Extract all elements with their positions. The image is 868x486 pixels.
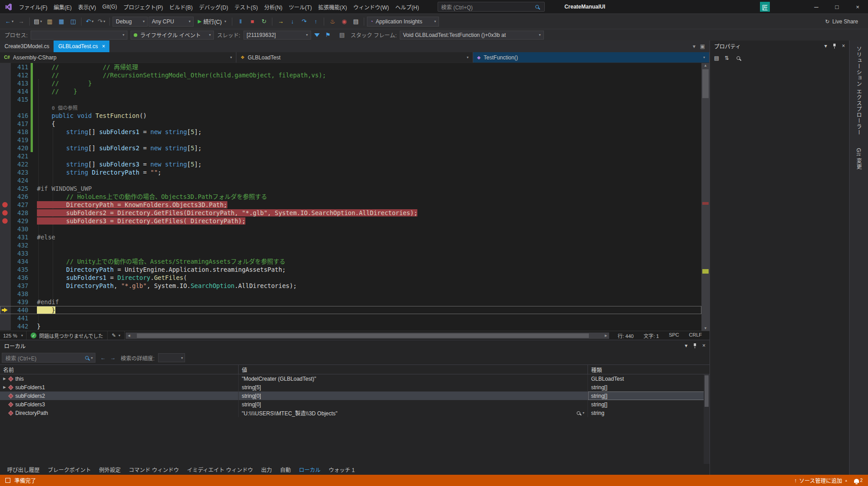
column-header-value[interactable]: 値 — [239, 365, 588, 374]
spaces-indicator[interactable]: SPC — [664, 332, 684, 339]
breakpoint-margin[interactable] — [0, 152, 11, 160]
tool-window-tab[interactable]: 呼び出し履歴 — [4, 464, 43, 475]
code-line[interactable]: 417 { — [0, 120, 701, 128]
member-dropdown[interactable]: ◆ TestFunction() ▾ — [473, 52, 710, 63]
float-window-icon[interactable]: ▣ — [700, 43, 705, 50]
step-out-button[interactable]: ↑ — [310, 16, 321, 27]
step-over-button[interactable]: ↷ — [298, 16, 309, 27]
tool-window-tab[interactable]: イミディエイト ウィンドウ — [183, 464, 257, 475]
maximize-button[interactable]: □ — [827, 0, 847, 14]
breakpoint-margin[interactable] — [0, 314, 11, 322]
code-line[interactable]: 424 — [0, 176, 701, 184]
locals-row[interactable]: DirectoryPath"U:\\\\USERS\\MTEC_製造\\3D O… — [0, 409, 710, 417]
restart-button[interactable]: ↻ — [258, 16, 269, 27]
step-into-button[interactable]: ↓ — [287, 16, 298, 27]
breakpoint-margin[interactable] — [0, 176, 11, 184]
scrollbar-thumb[interactable] — [705, 375, 709, 407]
code-line[interactable]: 418 string[] subFolders1 = new string[5]… — [0, 128, 701, 136]
breakpoint-margin[interactable] — [0, 104, 11, 112]
menu-item[interactable]: ヘルプ(H) — [392, 1, 422, 13]
account-avatar[interactable]: 匠 — [760, 2, 770, 12]
configuration-combo[interactable]: Debug▾ — [113, 17, 148, 27]
property-search-icon[interactable] — [734, 56, 742, 60]
menu-item[interactable]: プロジェクト(P) — [120, 1, 166, 13]
breakpoint-margin[interactable] — [0, 274, 11, 282]
type-dropdown[interactable]: ❖ GLBLoadTest ▾ — [236, 52, 473, 63]
breakpoint-margin[interactable] — [0, 112, 11, 120]
save-all-button[interactable]: ◫ — [68, 16, 78, 27]
document-tab[interactable]: Create3DModel.cs — [0, 40, 54, 52]
value-visualizer-button[interactable]: ▾ — [577, 411, 584, 415]
breakpoint-margin[interactable] — [0, 217, 11, 225]
code-line[interactable]: 425#if WINDOWS_UWP — [0, 184, 701, 193]
breakpoint-margin[interactable] — [0, 209, 11, 217]
breakpoint-margin[interactable] — [0, 322, 11, 330]
code-line[interactable]: 436 subFolders1 = Directory.GetFiles( — [0, 274, 701, 282]
code-line[interactable]: 419 — [0, 136, 701, 144]
scroll-down-icon[interactable]: ▼ — [701, 326, 710, 330]
menu-item[interactable]: 編集(E) — [50, 1, 75, 13]
menu-item[interactable]: デバッグ(D) — [196, 1, 231, 13]
breakpoint-margin[interactable] — [0, 71, 11, 79]
tool-window-tab[interactable]: 例外設定 — [95, 464, 124, 475]
flag-threads-button[interactable]: ⚑ — [323, 30, 334, 40]
code-line[interactable]: 411 // // 再帰処理 — [0, 63, 701, 71]
alphabetical-icon[interactable]: ⇅ — [724, 55, 729, 61]
tool-window-tab[interactable]: コマンド ウィンドウ — [125, 464, 182, 475]
code-line[interactable]: 431#else — [0, 233, 701, 241]
close-icon[interactable]: × — [842, 43, 845, 49]
edit-indicator[interactable]: ✎▾ — [108, 331, 125, 340]
breakpoint-margin[interactable] — [0, 136, 11, 144]
code-line[interactable]: 421 — [0, 152, 701, 160]
breakpoint-margin[interactable] — [0, 282, 11, 290]
code-line[interactable]: 432 — [0, 241, 701, 249]
code-line[interactable]: 416 public void TestFunction() — [0, 112, 701, 120]
breakpoint-margin[interactable] — [0, 290, 11, 298]
code-line[interactable]: 437 DirectoryPath, "*.glb", System.IO.Se… — [0, 282, 701, 290]
search-back-icon[interactable]: ← — [100, 355, 106, 361]
breakpoint-margin[interactable] — [0, 201, 11, 209]
editor-horizontal-scrollbar[interactable]: ◀ ▶ — [126, 333, 609, 339]
tool-window-tab[interactable]: ウォッチ 1 — [325, 464, 358, 475]
eol-indicator[interactable]: CRLF — [684, 332, 707, 339]
locals-scrollbar[interactable] — [704, 374, 710, 464]
expander-icon[interactable]: ▶ — [3, 377, 8, 381]
side-tab[interactable]: ソリューション エクスプローラー — [855, 46, 863, 135]
pin-icon[interactable] — [832, 43, 836, 49]
zoom-combo[interactable]: 125 %▾ — [0, 333, 26, 338]
project-dropdown[interactable]: C# Assembly-CSharp ▾ — [0, 52, 236, 63]
code-line[interactable]: 435 DirectoryPath = UnityEngine.Applicat… — [0, 266, 701, 274]
locals-grid-header[interactable]: 名前 値 種類 — [0, 365, 710, 374]
hot-reload-button[interactable]: ♨ — [327, 16, 338, 27]
code-line[interactable]: 430 — [0, 225, 701, 233]
code-line[interactable]: 412 // //RecursionSettingModel_Other(chi… — [0, 71, 701, 79]
breakpoint-margin[interactable] — [0, 266, 11, 274]
lifecycle-events-combo[interactable]: ライフサイクル イベント ▾ — [131, 31, 214, 40]
new-file-button[interactable]: ▤▾ — [32, 16, 43, 27]
menu-item[interactable]: ファイル(F) — [16, 1, 50, 13]
code-line[interactable]: 441 — [0, 314, 701, 322]
breakpoint-icon[interactable] — [2, 218, 8, 224]
breakpoint-margin[interactable] — [0, 257, 11, 266]
code-line[interactable]: 420 string[] subFolders2 = new string[5]… — [0, 144, 701, 152]
breakpoint-icon[interactable] — [2, 210, 8, 216]
code-line[interactable]: 427 DirectoryPath = KnownFolders.Objects… — [0, 201, 701, 209]
live-share-button[interactable]: ↻ Live Share — [825, 18, 864, 25]
codelens-references[interactable]: 0 個の参照 — [37, 105, 77, 111]
threads-window-button[interactable]: ▤ — [337, 30, 348, 40]
locals-row[interactable]: subFolders3string[0]string[] — [0, 400, 710, 409]
breakpoint-margin[interactable] — [0, 79, 11, 87]
breakpoint-margin[interactable] — [0, 241, 11, 249]
scrollbar-thumb[interactable] — [702, 69, 709, 98]
continue-button[interactable]: ▶ 続行(C) ▾ — [194, 16, 229, 27]
search-icon[interactable] — [533, 5, 541, 9]
add-to-source-control-button[interactable]: ↑ ソース管理に追加 ▴ — [794, 477, 847, 484]
expander-icon[interactable]: ▶ — [3, 385, 8, 389]
stop-button[interactable]: ■ — [247, 16, 258, 27]
save-button[interactable]: ▦ — [56, 16, 67, 27]
code-line[interactable]: 415 — [0, 95, 701, 104]
menu-item[interactable]: 分析(N) — [261, 1, 286, 13]
categorized-icon[interactable]: ▤ — [714, 55, 719, 61]
platform-combo[interactable]: Any CPU▾ — [149, 17, 194, 27]
redo-button[interactable]: ↷▾ — [96, 16, 107, 27]
